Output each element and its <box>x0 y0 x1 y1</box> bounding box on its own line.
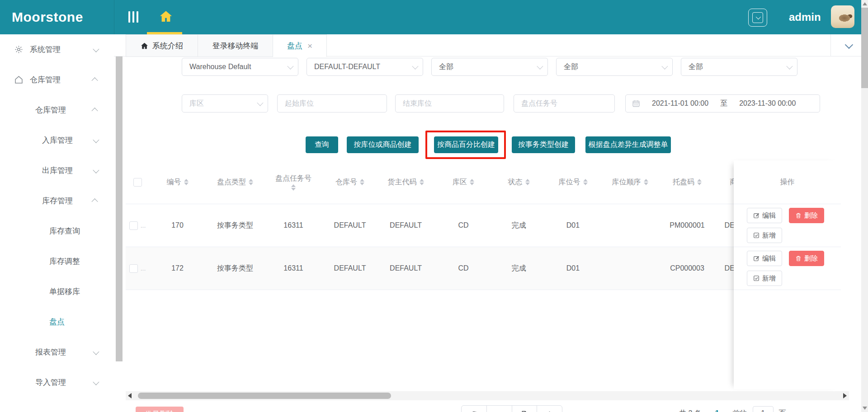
tab-3[interactable]: 盘点× <box>273 34 327 57</box>
sidebar-item-6[interactable]: 库存管理 <box>0 186 114 216</box>
chevron-up-icon <box>92 77 98 84</box>
sort-arrows-icon[interactable] <box>644 179 648 185</box>
export-file-icon[interactable] <box>512 406 537 412</box>
column-header-type[interactable]: 盘点类型 <box>206 178 264 187</box>
column-header-locseq[interactable]: 库位顺序 <box>601 178 659 187</box>
sort-arrows-icon[interactable] <box>184 179 189 185</box>
tab-2[interactable]: 登录移动终端 <box>198 34 273 57</box>
add-button[interactable]: 新增 <box>747 228 782 243</box>
table-scroll-area: 编号盘点类型盘点任务号仓库号货主代码库区状态库位号库位顺序托盘码商品...170… <box>126 160 734 389</box>
sidebar-item-7[interactable]: 库存查询 <box>0 216 114 246</box>
tab-1[interactable]: 系统介绍 <box>126 34 198 57</box>
cell-status: 完成 <box>493 221 545 230</box>
collapse-sidebar-icon[interactable] <box>128 11 138 23</box>
end-location-input[interactable]: 结束库位 <box>395 94 504 112</box>
column-header-pallet[interactable]: 托盘码 <box>659 178 716 187</box>
scroll-down-arrow[interactable] <box>863 407 867 410</box>
sidebar-item-1[interactable]: 系统管理 <box>0 34 114 65</box>
cell-sel[interactable]: ... <box>126 221 149 230</box>
current-page-button[interactable]: 1 <box>715 409 719 412</box>
create-by-percent-button[interactable]: 按商品百分比创建 <box>434 136 498 153</box>
tabbar-collapse-button[interactable] <box>835 34 861 56</box>
column-header-sel[interactable] <box>126 178 149 187</box>
filter-select-4[interactable]: 全部 <box>556 58 673 76</box>
sort-arrows-icon[interactable] <box>525 179 530 185</box>
sidebar-item-11[interactable]: 报表管理 <box>0 337 114 367</box>
edit-button[interactable]: 编辑 <box>747 251 782 266</box>
calendar-icon <box>632 99 640 108</box>
prev-page-button[interactable]: ‹ <box>707 409 710 412</box>
sidebar-item-4[interactable]: 入库管理 <box>0 125 114 155</box>
cell-sel[interactable]: ... <box>126 264 149 273</box>
column-header-label: 状态 <box>508 178 523 187</box>
user-dropdown-button[interactable] <box>748 9 767 27</box>
column-header-wh[interactable]: 仓库号 <box>322 178 377 187</box>
next-page-button[interactable]: › <box>725 409 727 412</box>
sort-arrows-icon[interactable] <box>697 179 702 185</box>
count-task-no-input[interactable]: 盘点任务号 <box>514 94 615 112</box>
horizontal-scrollbar-thumb[interactable] <box>138 393 391 399</box>
pagination: 共 2 条 ‹ 1 › 前往 1 页 <box>679 406 786 412</box>
start-location-input[interactable]: 起始库位 <box>277 94 387 112</box>
user-avatar[interactable] <box>831 5 854 28</box>
sidebar-item-10[interactable]: 盘点 <box>0 307 114 337</box>
filter-select-5[interactable]: 全部 <box>681 58 797 76</box>
goto-page-input[interactable]: 1 <box>753 406 774 412</box>
column-header-area[interactable]: 库区 <box>434 178 493 187</box>
sort-arrows-icon[interactable] <box>420 179 424 185</box>
cell-value: 完成 <box>512 264 526 273</box>
column-header-task[interactable]: 盘点任务号 <box>264 174 322 191</box>
sidebar-item-label: 仓库管理 <box>30 75 61 85</box>
column-header-id[interactable]: 编号 <box>149 178 206 187</box>
filter-select-3[interactable]: 全部 <box>431 58 548 76</box>
sort-arrows-icon[interactable] <box>583 179 588 185</box>
search-button[interactable]: 查询 <box>306 136 338 153</box>
row-checkbox[interactable] <box>129 264 138 273</box>
sidebar-scrollbar-thumb[interactable] <box>116 34 123 361</box>
sort-arrows-icon[interactable] <box>360 179 364 185</box>
cell-value: DEFAULT <box>390 264 422 272</box>
scroll-up-arrow[interactable] <box>863 2 867 5</box>
batch-delete-button[interactable]: 批量删除 <box>136 407 184 412</box>
username-label: admin <box>789 11 821 23</box>
delete-button[interactable]: 删除 <box>789 208 824 223</box>
delete-button[interactable]: 删除 <box>789 251 824 266</box>
warehouse-select[interactable]: Warehouse Default <box>182 58 298 76</box>
toggle-view-icon[interactable] <box>486 406 512 412</box>
row-checkbox[interactable] <box>129 221 138 230</box>
sidebar-item-3[interactable]: 仓库管理 <box>0 95 114 125</box>
sort-arrows-icon[interactable] <box>470 179 474 185</box>
check-square-icon <box>753 232 760 239</box>
create-by-location-button[interactable]: 按库位或商品创建 <box>347 136 419 153</box>
sidebar-item-2[interactable]: 仓库管理 <box>0 65 114 95</box>
create-by-txn-type-button[interactable]: 按事务类型创建 <box>512 136 575 153</box>
generate-adjustment-button[interactable]: 根据盘点差异生成调整单 <box>585 136 671 153</box>
sort-arrows-icon[interactable] <box>249 179 253 185</box>
sidebar-item-8[interactable]: 库存调整 <box>0 246 114 276</box>
sort-arrows-icon[interactable] <box>291 184 296 191</box>
column-header-label: 商品 <box>730 178 734 187</box>
edit-button[interactable]: 编辑 <box>747 208 782 223</box>
area-select[interactable]: 库区 <box>182 94 268 112</box>
vertical-scrollbar-thumb[interactable] <box>861 8 868 88</box>
warehouse-zone-select[interactable]: DEFAULT-DEFAULT <box>307 58 423 76</box>
column-header-owner[interactable]: 货主代码 <box>377 178 434 187</box>
sidebar-item-9[interactable]: 单据移库 <box>0 276 114 307</box>
column-header-status[interactable]: 状态 <box>493 178 545 187</box>
column-header-goods[interactable]: 商品 <box>716 178 734 187</box>
refresh-icon[interactable] <box>462 406 486 412</box>
column-header-loc[interactable]: 库位号 <box>545 178 601 187</box>
add-button[interactable]: 新增 <box>747 271 782 286</box>
close-icon[interactable]: × <box>307 42 312 50</box>
cell-type: 按事务类型 <box>206 264 264 273</box>
sidebar-item-12[interactable]: 导入管理 <box>0 367 114 398</box>
scroll-right-arrow[interactable] <box>843 393 847 398</box>
select-all-checkbox[interactable] <box>133 178 142 187</box>
row-actions: 编辑删除新增 <box>734 247 841 290</box>
date-range-picker[interactable]: 2021-11-01 00:00 至 2023-11-30 00:00 <box>625 94 820 112</box>
sidebar-item-5[interactable]: 出库管理 <box>0 155 114 186</box>
scroll-left-arrow[interactable] <box>128 393 132 398</box>
home-icon[interactable] <box>159 9 173 23</box>
download-icon[interactable] <box>537 406 562 412</box>
chevron-down-icon <box>93 348 99 355</box>
